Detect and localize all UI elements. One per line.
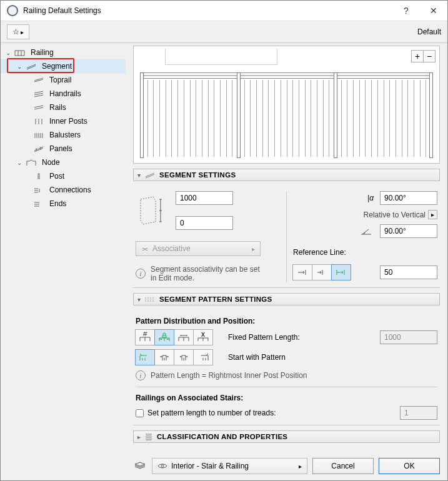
segment-icon <box>26 62 37 71</box>
tree-item-post[interactable]: Post <box>1 169 126 183</box>
dist-spacing[interactable] <box>174 329 194 345</box>
tree-label: Panels <box>49 144 72 153</box>
cancel-button[interactable]: Cancel <box>312 458 374 474</box>
collapse-icon: ▾ <box>137 172 141 179</box>
chevron-right-icon: ▸ <box>21 29 24 36</box>
post-icon <box>33 172 44 181</box>
dist-divide[interactable]: # <box>135 329 155 345</box>
treads-count-input <box>400 406 437 420</box>
tree-item-rails[interactable]: Rails <box>1 101 126 114</box>
toprail-icon <box>33 76 44 84</box>
angle-icon: |α <box>367 194 374 202</box>
main-panel: + − ▾ SEGME <box>126 43 447 480</box>
chevron-right-icon: ▸ <box>299 463 302 470</box>
handrails-icon <box>33 89 44 98</box>
tree-item-node[interactable]: ⌄ Node <box>1 156 126 169</box>
start-with-label: Start with Pattern <box>228 353 286 362</box>
eye-icon <box>157 462 167 470</box>
section-title: SEGMENT PATTERN SETTINGS <box>159 295 272 303</box>
angle2-input[interactable] <box>380 224 437 238</box>
section-segment-settings[interactable]: ▾ SEGMENT SETTINGS <box>133 169 440 181</box>
tree-item-ends[interactable]: Ends <box>1 197 126 211</box>
assoc-label: Associative <box>152 244 191 253</box>
tree-label: Node <box>42 158 60 167</box>
tree-item-segment[interactable]: ⌄ Segment <box>1 59 126 73</box>
relative-label: Relative to Vertical <box>364 211 426 219</box>
zoom-in-button[interactable]: + <box>411 50 424 62</box>
tree-label: Ends <box>49 199 66 208</box>
associative-hint: i Segment associativity can be set in Ed… <box>136 265 280 282</box>
app-icon <box>7 5 18 16</box>
component-tree: ⌄ Railing ⌄ Segment Toprail Handrails Ra… <box>1 43 126 480</box>
treads-checkbox[interactable]: Set pattern length to number of treads: <box>136 409 276 417</box>
svg-point-2 <box>161 465 164 467</box>
railing-icon <box>14 48 26 57</box>
info-icon: i <box>136 269 146 279</box>
refline-option-right[interactable] <box>331 264 351 280</box>
tree-expand-icon[interactable]: ⌄ <box>16 63 23 70</box>
tree-item-inner-posts[interactable]: Inner Posts <box>1 114 126 128</box>
pos-end[interactable] <box>193 349 213 365</box>
tree-label: Handrails <box>49 89 81 98</box>
close-button[interactable]: ✕ <box>420 1 447 20</box>
fixed-len-label: Fixed Pattern Length: <box>228 333 300 342</box>
favorites-button[interactable]: ☆ ▸ <box>7 24 29 39</box>
chevron-right-icon: ▸ <box>252 245 255 252</box>
segment-height-input[interactable] <box>176 191 233 205</box>
layer-stack-icon <box>133 461 147 471</box>
tree-label: Connections <box>49 186 91 194</box>
node-icon <box>26 158 37 167</box>
section-classification[interactable]: ▸ CLASSIFICATION AND PROPERTIES <box>133 430 440 443</box>
pos-center-out[interactable] <box>174 349 194 365</box>
railing-preview <box>140 72 433 157</box>
dist-x[interactable]: x <box>193 329 213 345</box>
help-button[interactable]: ? <box>392 1 420 20</box>
tree-item-connections[interactable]: Connections <box>1 183 126 197</box>
layer-selector[interactable]: Interior - Stair & Railing ▸ <box>152 458 307 474</box>
ends-icon <box>33 199 44 208</box>
balusters-icon <box>33 131 44 139</box>
section-title: SEGMENT SETTINGS <box>159 171 236 179</box>
refline-option-left[interactable] <box>292 264 312 280</box>
tree-label: Railing <box>31 48 54 57</box>
layer-name: Interior - Stair & Railing <box>171 462 295 470</box>
mode-label: Default <box>417 27 441 36</box>
svg-text:x: x <box>201 332 205 339</box>
tree-expand-icon[interactable]: ⌄ <box>16 159 23 166</box>
expand-icon: ▸ <box>137 434 141 440</box>
collapse-icon: ▾ <box>137 296 141 303</box>
popup-button[interactable]: ▸ <box>428 210 437 219</box>
preview-area: + − <box>133 46 440 164</box>
section-title: CLASSIFICATION AND PROPERTIES <box>157 433 287 440</box>
tree-item-panels[interactable]: Panels <box>1 142 126 156</box>
rails-icon <box>33 103 44 112</box>
info-icon: i <box>136 370 146 380</box>
pos-center-in[interactable] <box>154 349 174 365</box>
tree-label: Toprail <box>49 76 71 84</box>
list-icon <box>144 433 153 440</box>
section-pattern-settings[interactable]: ▾ SEGMENT PATTERN SETTINGS <box>133 293 440 305</box>
hint-text: Segment associativity can be set in Edit… <box>151 265 263 282</box>
link-icon: ⫘ <box>141 244 149 253</box>
zoom-out-button[interactable]: − <box>423 50 436 62</box>
tree-label: Inner Posts <box>49 117 87 126</box>
pattern-icon <box>144 295 156 303</box>
dist-lock[interactable] <box>154 329 174 345</box>
pos-start[interactable] <box>135 349 155 365</box>
refline-offset-input[interactable] <box>380 265 437 279</box>
pattern-length-hint: i Pattern Length = Rightmost Inner Post … <box>136 370 437 380</box>
angle1-input[interactable] <box>380 191 437 205</box>
segment-offset-input[interactable] <box>176 216 233 230</box>
tree-item-handrails[interactable]: Handrails <box>1 87 126 101</box>
ok-button[interactable]: OK <box>379 458 440 474</box>
tree-expand-icon[interactable]: ⌄ <box>4 49 12 56</box>
tree-item-balusters[interactable]: Balusters <box>1 128 126 142</box>
treads-checkbox-input[interactable] <box>136 409 144 417</box>
window-title: Railing Default Settings <box>23 6 392 15</box>
associative-button[interactable]: ⫘ Associative ▸ <box>136 241 261 256</box>
stairs-label: Railings on Associated Stairs: <box>136 394 437 402</box>
tree-item-railing[interactable]: ⌄ Railing <box>1 46 126 59</box>
tree-item-toprail[interactable]: Toprail <box>1 73 126 87</box>
refline-option-center[interactable] <box>312 264 332 280</box>
star-icon: ☆ <box>12 27 19 36</box>
